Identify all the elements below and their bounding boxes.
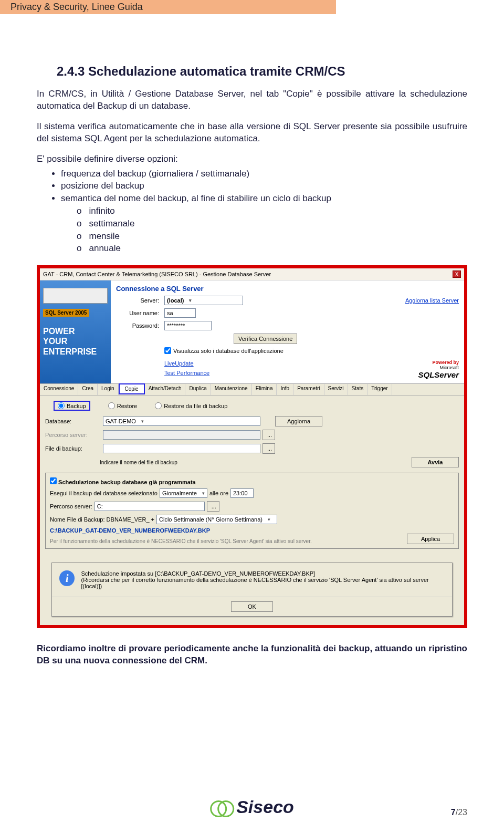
sub-options-list: infinito settimanale mensile annuale <box>77 205 467 255</box>
avvia-button[interactable]: Avvia <box>412 457 459 467</box>
dialog-line2: (Ricordarsi che per il corretto funziona… <box>81 577 445 589</box>
tab-attach-detach[interactable]: Attach/Detach <box>145 384 186 395</box>
left-banner: SQL Server 2005 POWER YOUR ENTERPRISE <box>40 280 111 383</box>
refresh-server-list-link[interactable]: Aggiorna lista Server <box>405 297 459 304</box>
tab-copie[interactable]: Copie <box>119 383 145 394</box>
schedule-note: Per il funzionamento della schedulazione… <box>50 538 407 544</box>
siseco-logo: Siseco <box>210 797 294 817</box>
file-hint: Indicare il nome del file di backup <box>100 460 177 465</box>
browse-button[interactable]: ... <box>262 443 275 454</box>
doc-header-title: Privacy & Security, Linee Guida <box>10 2 143 12</box>
username-label: User name: <box>116 310 159 316</box>
tab-elimina[interactable]: Elimina <box>252 384 277 395</box>
server-label: Server: <box>116 297 159 304</box>
doc-header: Privacy & Security, Linee Guida <box>0 0 336 14</box>
paragraph-2: Il sistema verifica automaticamente che … <box>37 121 467 145</box>
list-item: annuale <box>77 242 467 255</box>
list-item: frequenza del backup (giornaliera / sett… <box>61 168 467 180</box>
dialog-line1: Schedulazione impostata su [C:\BACKUP_GA… <box>81 570 445 577</box>
logo-rings-icon <box>210 798 233 816</box>
browse-button[interactable]: ... <box>207 501 219 512</box>
database-label: Database: <box>45 418 98 424</box>
sqlserver-logo: SQLServer <box>418 370 459 379</box>
server-path-label: Percorso server: <box>45 432 98 438</box>
sched-path-input[interactable] <box>94 502 205 511</box>
sched-path-label: Percorso server: <box>50 503 92 509</box>
browse-button[interactable]: ... <box>262 430 275 440</box>
powered-by-label: Powered by <box>418 360 459 365</box>
database-combo[interactable]: GAT-DEMO <box>103 417 260 426</box>
tab-bar: Connessione Crea Login Copie Attach/Deta… <box>40 383 464 395</box>
username-input[interactable] <box>164 308 196 318</box>
schedule-title: Schedulazione backup database già progra… <box>58 479 196 485</box>
server-path-input <box>103 430 260 440</box>
window-titlebar: GAT - CRM, Contact Center & Telemarketin… <box>40 268 464 280</box>
only-app-db-label: Visualizza solo i database dell'applicaz… <box>173 348 284 354</box>
password-label: Password: <box>116 322 159 329</box>
list-item: settimanale <box>77 217 467 230</box>
cycle-combo[interactable]: Ciclo Settimanale (N° Giorno Settimana) <box>156 515 277 524</box>
tab-duplica[interactable]: Duplica <box>185 384 211 395</box>
backup-name-label: Nome File di Backup: DBNAME_VER_ + <box>50 516 154 523</box>
schedule-group: Schedulazione backup database già progra… <box>45 473 459 549</box>
list-item: mensile <box>77 230 467 243</box>
embedded-screenshot: GAT - CRM, Contact Center & Telemarketin… <box>37 265 467 628</box>
verify-connection-button[interactable]: Verifica Connessione <box>234 334 297 344</box>
list-item: infinito <box>77 205 467 217</box>
sql-badge: SQL Server 2005 <box>43 309 89 317</box>
aggiorna-button[interactable]: Aggiorna <box>275 416 322 426</box>
tab-stats[interactable]: Stats <box>348 384 368 395</box>
schedule-text-pre: Esegui il backup del database selezionat… <box>50 490 158 496</box>
info-icon: i <box>59 570 75 586</box>
path-preview: C:\BACKUP_GAT-DEMO_VER_NUMBEROFWEEKDAY.B… <box>50 527 454 534</box>
window-title: GAT - CRM, Contact Center & Telemarketin… <box>43 271 271 277</box>
file-input[interactable] <box>103 444 260 453</box>
test-performance-link[interactable]: Test Performance <box>164 370 209 376</box>
paragraph-3: E' possibile definire diverse opzioni: <box>37 153 467 165</box>
frequency-combo[interactable]: Giornalmente <box>160 488 207 498</box>
radio-backup-input[interactable] <box>58 402 65 409</box>
paragraph-1: In CRM/CS, in Utilità / Gestione Databas… <box>37 88 467 112</box>
schedule-text-mid: alle ore <box>209 490 228 496</box>
options-list: frequenza del backup (giornaliera / sett… <box>61 168 467 255</box>
closing-reminder: Ricordiamo inoltre di provare periodicam… <box>37 643 467 667</box>
ok-button[interactable]: OK <box>231 601 273 612</box>
banner-text: POWER <box>43 326 108 336</box>
tab-trigger[interactable]: Trigger <box>368 384 392 395</box>
tab-manutenzione[interactable]: Manutenzione <box>211 384 252 395</box>
applica-button[interactable]: Applica <box>407 534 454 544</box>
password-input[interactable] <box>164 321 212 330</box>
logo-text: Siseco <box>236 797 294 817</box>
connection-title: Connessione a SQL Server <box>116 285 459 293</box>
list-item: semantica del nome del backup, al fine d… <box>61 192 467 205</box>
tab-login[interactable]: Login <box>98 384 118 395</box>
tab-servizi[interactable]: Servizi <box>324 384 348 395</box>
info-dialog: i Schedulazione impostata su [C:\BACKUP_… <box>51 563 453 617</box>
radio-backup[interactable]: Backup <box>54 401 90 411</box>
banner-text: YOUR <box>43 336 108 346</box>
tab-info[interactable]: Info <box>277 384 293 395</box>
section-title: 2.4.3 Schedulazione automatica tramite C… <box>57 64 467 79</box>
tab-content-copie: Backup Restore Restore da file di backup… <box>40 395 464 554</box>
schedule-checkbox[interactable] <box>50 477 57 484</box>
tab-crea[interactable]: Crea <box>78 384 98 395</box>
radio-restore[interactable]: Restore <box>108 401 138 411</box>
ms-label: Microsoft <box>418 365 459 370</box>
page-number: 7/23 <box>451 808 467 817</box>
tab-parametri[interactable]: Parametri <box>293 384 324 395</box>
banner-text: ENTERPRISE <box>43 347 108 357</box>
tab-connessione[interactable]: Connessione <box>40 384 78 395</box>
close-icon[interactable]: X <box>453 270 461 278</box>
only-app-db-checkbox[interactable] <box>164 347 171 354</box>
server-combo[interactable]: (local) <box>164 296 243 305</box>
time-input[interactable] <box>230 488 254 498</box>
liveupdate-link[interactable]: LiveUpdate <box>164 360 194 367</box>
file-label: File di backup: <box>45 445 98 452</box>
radio-restore-file[interactable]: Restore da file di backup <box>155 401 227 411</box>
banner-placeholder <box>43 288 108 304</box>
radio-restore-input[interactable] <box>108 402 115 409</box>
radio-restore-file-input[interactable] <box>155 402 162 409</box>
list-item: posizione del backup <box>61 180 467 192</box>
